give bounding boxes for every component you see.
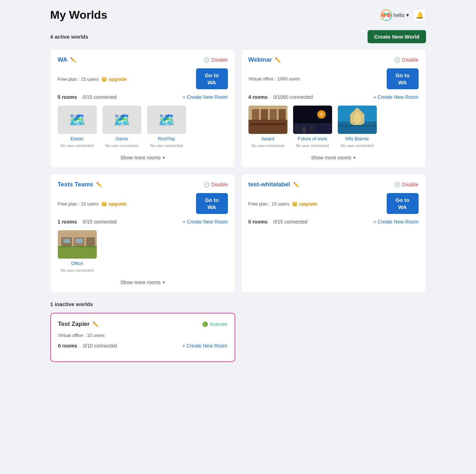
room-thumbnail-nfts[interactable]	[338, 106, 377, 134]
connected-test-zapier: 0/10 connected	[83, 343, 117, 349]
upgrade-link-tests-teams[interactable]: upgrade	[108, 201, 127, 207]
connected-webinar: 0/1000 connected	[273, 94, 313, 100]
plan-info-webinar: Virtual office : 1000 users	[248, 76, 300, 81]
svg-rect-7	[270, 109, 277, 120]
room-item: 🗺️ RoofTop No user connected	[147, 106, 186, 148]
show-more-rooms-button-wa[interactable]: Show more rooms ▾	[58, 153, 228, 160]
upgrade-link-test-whitelabel[interactable]: upgrade	[299, 201, 317, 207]
rooms-count-webinar: 4 rooms	[248, 94, 268, 100]
room-thumbnail-rooftop[interactable]: 🗺️	[147, 106, 186, 134]
activate-button-test-zapier[interactable]: 🟢 Activate	[202, 321, 228, 327]
room-item: Award No user connected	[248, 106, 287, 148]
create-room-button-wa[interactable]: + Create New Room	[183, 94, 228, 100]
create-new-world-button[interactable]: Create New World	[368, 30, 426, 43]
crown-icon: 👑	[101, 76, 107, 82]
chevron-down-icon: ▾	[163, 155, 165, 160]
room-item: Nfts Biarritz No user connected	[338, 106, 377, 148]
room-name-office[interactable]: Office	[71, 261, 83, 266]
svg-point-1	[384, 13, 386, 15]
room-name-game[interactable]: Game	[116, 136, 128, 141]
show-more-rooms-button-webinar[interactable]: Show more rooms ▾	[248, 153, 419, 160]
room-thumbnail-office[interactable]	[58, 230, 97, 259]
world-card-tests-teams: Tests Teams ✏️ 🕐 Disable Free plan : 15 …	[50, 174, 235, 293]
create-room-button-tests-teams[interactable]: + Create New Room	[183, 219, 228, 225]
room-name-future[interactable]: Future of work	[298, 136, 327, 141]
disable-button-webinar[interactable]: 🕐 Disable	[394, 57, 419, 63]
map-icon: 🗺️	[68, 112, 86, 128]
goto-wa-button-webinar[interactable]: Go toWA	[387, 68, 419, 89]
svg-point-17	[319, 112, 324, 117]
goto-wa-button-test-whitelabel[interactable]: Go toWA	[387, 193, 419, 214]
room-item: 🗺️ Game No user connected	[102, 106, 141, 148]
room-name-nfts[interactable]: Nfts Biarritz	[345, 136, 369, 141]
connected-test-whitelabel: 0/15 connected	[273, 219, 307, 225]
room-thumbnail-game[interactable]: 🗺️	[102, 106, 141, 134]
edit-icon-test-whitelabel[interactable]: ✏️	[293, 182, 299, 187]
rooms-grid-tests-teams: Office No user connected	[58, 230, 228, 272]
room-name-rooftop[interactable]: RoofTop	[158, 136, 175, 141]
create-room-button-webinar[interactable]: + Create New Room	[373, 94, 418, 100]
room-status-nfts: No user connected	[341, 143, 373, 148]
svg-rect-6	[261, 109, 268, 120]
create-room-button-test-zapier[interactable]: + Create New Room	[182, 343, 227, 349]
room-item: Office No user connected	[58, 230, 97, 272]
create-room-button-test-whitelabel[interactable]: + Create New Room	[373, 219, 418, 225]
chevron-down-icon: ▾	[406, 12, 409, 18]
upgrade-link-wa[interactable]: upgrade	[108, 77, 127, 82]
clock-icon: 🕐	[394, 57, 400, 63]
disable-button-test-whitelabel[interactable]: 🕐 Disable	[394, 182, 419, 187]
svg-rect-8	[279, 109, 286, 120]
crown-icon: 👑	[101, 201, 107, 207]
svg-rect-30	[58, 246, 97, 247]
notification-bell-icon[interactable]: 🔔	[413, 9, 426, 22]
room-status-office: No user connected	[61, 268, 93, 272]
svg-rect-5	[252, 109, 259, 120]
world-name-test-whitelabel: test-whitelabel	[248, 181, 290, 188]
show-more-rooms-button-tests-teams[interactable]: Show more rooms ▾	[58, 277, 228, 285]
room-thumbnail-award[interactable]	[248, 106, 287, 134]
svg-rect-16	[309, 125, 315, 133]
goto-wa-button-wa[interactable]: Go toWA	[196, 68, 228, 89]
edit-icon-tests-teams[interactable]: ✏️	[96, 182, 102, 187]
user-menu[interactable]: hello ▾	[381, 10, 409, 21]
plan-info-test-zapier: Virtual office : 10 users	[58, 333, 228, 338]
svg-rect-28	[63, 239, 70, 243]
svg-rect-29	[75, 239, 83, 243]
world-name-wa: WA	[58, 56, 67, 63]
room-item: 🗺️ Easter No user connected	[58, 106, 97, 148]
disable-button-wa[interactable]: 🕐 Disable	[203, 57, 228, 63]
rooms-count-tests-teams: 1 rooms	[58, 219, 77, 225]
room-name-easter[interactable]: Easter	[71, 136, 84, 141]
room-name-award[interactable]: Award	[261, 136, 274, 141]
rooms-count-wa: 5 rooms	[58, 94, 77, 100]
plan-info-test-whitelabel: Free plan : 15 users 👑 upgrade	[248, 201, 318, 207]
map-icon: 🗺️	[158, 112, 175, 128]
plan-info-wa: Free plan : 15 users 👑 upgrade	[58, 76, 127, 82]
svg-rect-4	[248, 120, 287, 134]
svg-rect-14	[295, 126, 300, 133]
world-name-webinar: Webinar	[248, 56, 272, 63]
rooms-count-test-whitelabel: 0 rooms	[248, 219, 268, 225]
rooms-grid-webinar: Award No user connected	[248, 106, 419, 148]
svg-rect-15	[302, 127, 306, 133]
connected-wa: 0/15 connected	[83, 94, 117, 100]
map-icon: 🗺️	[113, 112, 131, 128]
disable-button-tests-teams[interactable]: 🕐 Disable	[203, 182, 228, 187]
world-name-test-zapier: Test Zapier	[58, 321, 90, 328]
edit-icon-test-zapier[interactable]: ✏️	[93, 321, 99, 327]
power-icon: 🟢	[202, 321, 208, 327]
room-status-award: No user connected	[251, 143, 284, 148]
svg-rect-22	[338, 125, 377, 127]
world-card-wa: WA ✏️ 🕐 Disable Free plan : 15 users 👑 u…	[50, 49, 235, 168]
room-thumbnail-future[interactable]	[293, 106, 332, 134]
user-name: hello	[393, 12, 405, 18]
room-thumbnail-easter[interactable]: 🗺️	[58, 106, 97, 134]
room-status-rooftop: No user connected	[150, 143, 183, 148]
goto-wa-button-tests-teams[interactable]: Go toWA	[196, 193, 228, 214]
rooms-count-test-zapier: 0 rooms	[58, 343, 77, 349]
active-worlds-grid: WA ✏️ 🕐 Disable Free plan : 15 users 👑 u…	[50, 49, 426, 293]
edit-icon-webinar[interactable]: ✏️	[275, 57, 281, 63]
chevron-down-icon: ▾	[163, 280, 165, 285]
svg-rect-27	[86, 237, 95, 246]
edit-icon-wa[interactable]: ✏️	[70, 57, 76, 63]
